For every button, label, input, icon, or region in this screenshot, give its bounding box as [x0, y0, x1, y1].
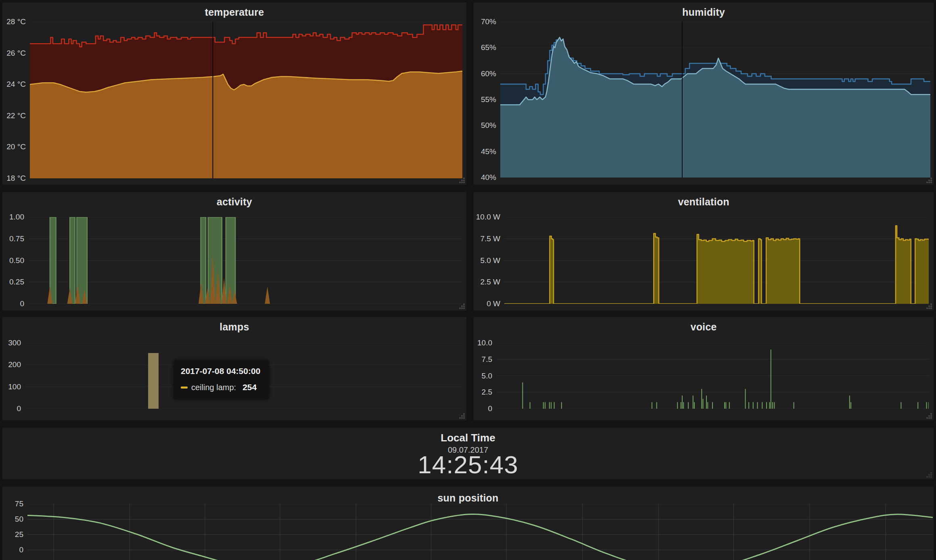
lamps-y-axis: 3002001000	[2, 317, 21, 420]
panel-temperature: temperature 28 °C26 °C24 °C22 °C20 °C18 …	[2, 2, 466, 185]
y-axis-tick: 0.75	[9, 234, 24, 243]
panel-title-lamps: lamps	[2, 321, 466, 333]
activity-chart[interactable]	[28, 217, 462, 304]
y-axis-tick: 1.00	[9, 213, 24, 221]
y-axis-tick: 18 °C	[6, 174, 26, 183]
panel-activity: activity 1.000.750.500.250	[2, 192, 466, 311]
y-axis-tick: 50%	[481, 121, 496, 130]
voice-chart[interactable]	[496, 343, 929, 409]
y-axis-tick: 2.5 W	[480, 278, 500, 286]
panel-title-ventilation: ventilation	[474, 196, 934, 208]
y-axis-tick: 0.25	[9, 278, 24, 286]
ventilation-chart[interactable]	[504, 217, 929, 304]
y-axis-tick: 5.0	[482, 372, 492, 380]
resize-handle-icon[interactable]	[458, 177, 465, 183]
resize-handle-icon[interactable]	[458, 303, 465, 309]
y-axis-tick: 0	[17, 404, 21, 413]
y-axis-tick: 20 °C	[6, 142, 26, 151]
panel-title-temperature: temperature	[2, 6, 466, 18]
y-axis-tick: 70%	[481, 17, 496, 26]
resize-handle-icon[interactable]	[926, 412, 932, 419]
y-axis-tick: 7.5 W	[480, 234, 500, 243]
panel-humidity: humidity 70%65%60%55%50%45%40%	[474, 2, 934, 185]
panel-title-sun-position: sun position	[2, 492, 934, 504]
y-axis-tick: 55%	[481, 95, 496, 104]
clock-time: 14:25:43	[2, 450, 934, 479]
sun-position-chart[interactable]	[27, 504, 933, 560]
y-axis-tick: 300	[8, 339, 21, 347]
panel-title-activity: activity	[2, 196, 466, 208]
y-axis-tick: 22 °C	[6, 111, 26, 120]
panel-lamps: lamps 3002001000 2017-07-08 04:50:00 cei…	[2, 317, 466, 420]
resize-handle-icon[interactable]	[926, 177, 932, 183]
series-marker-icon	[181, 387, 188, 389]
y-axis-tick: 75	[15, 499, 23, 508]
y-axis-tick: 7.5	[482, 355, 492, 364]
panel-local-time: Local Time 09.07.2017 14:25:43	[2, 428, 934, 479]
y-axis-tick: 0	[488, 404, 492, 413]
resize-handle-icon[interactable]	[926, 471, 932, 478]
panel-title-voice: voice	[474, 321, 934, 333]
tooltip-series-label: ceiling lamp:	[191, 383, 236, 392]
y-axis-tick: 0	[19, 545, 23, 554]
y-axis-tick: 100	[8, 382, 21, 391]
y-axis-tick: 0.50	[9, 256, 24, 265]
y-axis-tick: 10.0 W	[476, 213, 500, 221]
humidity-chart[interactable]	[500, 22, 930, 178]
y-axis-tick: 200	[8, 360, 21, 369]
y-axis-tick: 60%	[481, 69, 496, 78]
tooltip-timestamp: 2017-07-08 04:50:00	[181, 366, 260, 376]
y-axis-tick: 2.5	[482, 388, 492, 397]
humidity-y-axis: 70%65%60%55%50%45%40%	[474, 2, 496, 185]
y-axis-tick: 5.0 W	[480, 256, 500, 265]
y-axis-tick: 24 °C	[6, 80, 26, 89]
clock-title: Local Time	[2, 432, 934, 444]
panel-ventilation: ventilation 10.0 W7.5 W5.0 W2.5 W0 W	[474, 192, 934, 311]
y-axis-tick: 0 W	[487, 299, 500, 308]
activity-y-axis: 1.000.750.500.250	[2, 192, 24, 311]
sun-y-axis: 7550250	[2, 487, 23, 560]
ventilation-y-axis: 10.0 W7.5 W5.0 W2.5 W0 W	[474, 192, 500, 311]
y-axis-tick: 10.0	[477, 339, 492, 347]
y-axis-tick: 25	[15, 530, 23, 539]
chart-tooltip: 2017-07-08 04:50:00 ceiling lamp: 254	[173, 360, 269, 399]
panel-title-humidity: humidity	[474, 6, 934, 18]
resize-handle-icon[interactable]	[926, 303, 932, 309]
y-axis-tick: 50	[15, 515, 23, 524]
y-axis-tick: 26 °C	[6, 49, 26, 58]
temperature-chart[interactable]	[30, 22, 462, 178]
y-axis-tick: 45%	[481, 147, 496, 156]
panel-sun-position: sun position 7550250	[2, 487, 934, 560]
resize-handle-icon[interactable]	[458, 412, 465, 419]
tooltip-value: 254	[242, 382, 257, 392]
y-axis-tick: 65%	[481, 43, 496, 52]
y-axis-tick: 0	[20, 299, 24, 308]
voice-y-axis: 10.07.55.02.50	[474, 317, 492, 420]
temperature-y-axis: 28 °C26 °C24 °C22 °C20 °C18 °C	[2, 2, 26, 185]
panel-voice: voice 10.07.55.02.50	[474, 317, 934, 420]
y-axis-tick: 40%	[481, 173, 496, 182]
y-axis-tick: 28 °C	[6, 17, 26, 26]
